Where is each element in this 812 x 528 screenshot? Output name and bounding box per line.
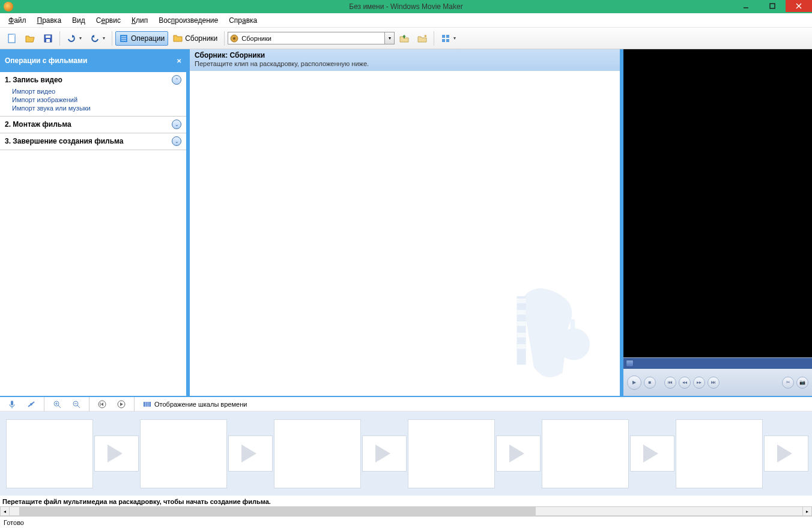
scroll-left-button[interactable]: ◂ [0, 506, 10, 516]
storyboard-slot[interactable] [408, 419, 495, 488]
new-project-button[interactable] [4, 31, 20, 46]
toggle-timeline-label: Отображение шкалы времени [154, 401, 247, 408]
timeline-toolbar: Отображение шкалы времени [0, 397, 812, 411]
task-section-header-3[interactable]: 3. Завершение создания фильма ⌄ [5, 136, 181, 146]
undo-icon [67, 34, 76, 43]
thumbnails-icon [441, 34, 450, 43]
next-frame-button[interactable]: ▸▸ [693, 377, 705, 389]
menu-play[interactable]: Воспроизведение [154, 15, 223, 26]
transition-slot[interactable] [630, 435, 674, 472]
scroll-track[interactable] [10, 506, 802, 516]
storyboard-area: Отображение шкалы времени Перетащите фай… [0, 396, 812, 516]
set-narration-button[interactable] [4, 397, 20, 411]
collections-button[interactable]: Сборники [169, 31, 221, 46]
toggle-timeline-button[interactable]: Отображение шкалы времени [139, 397, 250, 411]
collection-combo[interactable]: Сборники ▾ [228, 32, 395, 44]
transition-slot[interactable] [228, 435, 273, 472]
svg-rect-28 [571, 319, 575, 348]
split-button[interactable]: ✂ [782, 377, 794, 389]
svg-marker-56 [241, 445, 256, 463]
play-button[interactable]: ▶ [627, 375, 641, 390]
save-project-button[interactable] [40, 31, 56, 46]
expand-icon[interactable]: ⌄ [172, 136, 181, 146]
maximize-button[interactable] [759, 0, 786, 12]
svg-marker-58 [509, 445, 524, 463]
view-button[interactable]: ▾ [437, 31, 459, 46]
svg-rect-23 [442, 35, 445, 38]
seek-bar[interactable] [623, 358, 812, 369]
import-video-link[interactable]: Импорт видео [5, 87, 181, 96]
microphone-icon [7, 399, 17, 409]
transition-slot[interactable] [496, 435, 541, 472]
svg-marker-60 [777, 445, 792, 463]
play-timeline-button[interactable] [113, 397, 130, 411]
svg-marker-55 [108, 445, 123, 463]
task-pane-close-button[interactable]: ✕ [177, 58, 181, 64]
import-pictures-link[interactable]: Импорт изображений [5, 96, 181, 104]
storyboard-scrollbar[interactable]: ◂ ▸ [0, 506, 812, 516]
new-folder-icon: ✶ [417, 34, 427, 43]
seek-handle-icon[interactable] [626, 360, 634, 367]
prev-clip-button[interactable]: ⏮ [664, 377, 676, 389]
close-button[interactable] [786, 0, 812, 12]
redo-button[interactable]: ▾ [86, 31, 109, 46]
storyboard-slot[interactable] [6, 419, 93, 488]
folder-up-icon [399, 34, 409, 43]
transition-slot[interactable] [764, 435, 808, 472]
storyboard-slot[interactable] [274, 419, 361, 488]
toolbar: ▾ ▾ Операции Сборники Сборники ▾ ✶ ▾ [0, 28, 812, 49]
snapshot-button[interactable]: 📷 [796, 377, 808, 389]
set-audio-levels-button[interactable] [23, 397, 40, 411]
new-folder-button[interactable]: ✶ [414, 31, 431, 46]
next-clip-button[interactable]: ⏭ [707, 377, 720, 389]
scroll-right-button[interactable]: ▸ [802, 506, 812, 516]
preview-controls: ▶ ■ ⏮ ◂◂ ▸▸ ⏭ ✂ 📷 [623, 357, 812, 396]
transition-slot[interactable] [94, 435, 139, 472]
tasks-icon [119, 34, 129, 43]
tasks-button[interactable]: Операции [115, 31, 168, 46]
prev-frame-button[interactable]: ◂◂ [679, 377, 691, 389]
svg-marker-16 [174, 35, 182, 41]
zoom-in-button[interactable] [49, 397, 65, 411]
menu-view[interactable]: Вид [67, 15, 90, 26]
expand-icon[interactable]: ⌄ [172, 120, 181, 129]
storyboard-slot[interactable] [140, 419, 227, 488]
storyboard-strip[interactable] [0, 411, 812, 496]
storyboard-slot[interactable] [676, 419, 763, 488]
svg-rect-25 [442, 39, 445, 42]
combo-dropdown-button[interactable]: ▾ [384, 32, 394, 44]
menu-bar: Файл Правка Вид Сервис Клип Воспроизведе… [0, 13, 812, 28]
task-pane: Операции с фильмами ✕ 1. Запись видео ⌃ … [0, 49, 186, 396]
stop-button[interactable]: ■ [644, 377, 656, 389]
svg-marker-57 [375, 445, 390, 463]
zoom-out-icon [71, 399, 81, 409]
up-level-button[interactable] [396, 31, 413, 46]
timeline-icon [142, 399, 152, 409]
storyboard-slot[interactable] [542, 419, 629, 488]
minimize-button[interactable] [733, 0, 759, 12]
transition-slot[interactable] [362, 435, 407, 472]
open-project-button[interactable] [22, 31, 38, 46]
scroll-thumb[interactable] [19, 507, 536, 515]
storyboard-hint: Перетащите файл мультимедиа на раскадров… [0, 496, 812, 506]
svg-rect-24 [446, 35, 449, 38]
svg-line-44 [77, 405, 80, 408]
task-section-header-2[interactable]: 2. Монтаж фильма ⌄ [5, 120, 181, 129]
menu-clip[interactable]: Клип [127, 15, 153, 26]
new-file-icon [7, 34, 17, 43]
undo-button[interactable]: ▾ [63, 31, 85, 46]
task-section-header-1[interactable]: 1. Запись видео ⌃ [5, 75, 181, 85]
folder-icon [173, 34, 183, 43]
collapse-icon[interactable]: ⌃ [172, 75, 181, 85]
import-audio-link[interactable]: Импорт звука или музыки [5, 104, 181, 112]
menu-tools[interactable]: Сервис [91, 15, 126, 26]
window-title: Без имени - Windows Movie Maker [349, 2, 462, 11]
audio-levels-icon [26, 399, 36, 409]
menu-help[interactable]: Справка [224, 15, 262, 26]
zoom-out-button[interactable] [68, 397, 85, 411]
menu-file[interactable]: Файл [4, 15, 31, 26]
svg-rect-30 [517, 299, 526, 303]
rewind-button[interactable] [94, 397, 111, 411]
menu-edit[interactable]: Правка [32, 15, 67, 26]
svg-rect-26 [446, 39, 449, 42]
